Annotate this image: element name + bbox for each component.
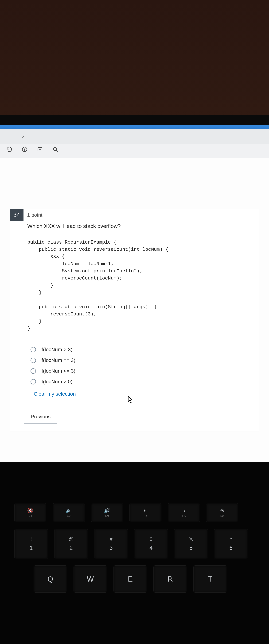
key-symbol: $ bbox=[150, 536, 152, 542]
radio-icon[interactable] bbox=[31, 347, 36, 352]
fn-label: F1 bbox=[29, 514, 32, 518]
answer-option[interactable]: if(locNum > 0) bbox=[31, 379, 253, 384]
key-q[interactable]: Q bbox=[34, 566, 67, 592]
letter-key-row: Q W E R T bbox=[2, 566, 267, 592]
browser-tab-strip: × bbox=[0, 130, 269, 144]
option-label: if(locNum > 0) bbox=[41, 379, 72, 384]
key-f4[interactable]: ⏯ F4 bbox=[129, 503, 161, 522]
laptop-bezel bbox=[0, 115, 269, 124]
clear-selection-link[interactable]: Clear my selection bbox=[10, 386, 259, 398]
svg-point-2 bbox=[24, 148, 25, 148]
number-key-row: ! 1 @ 2 # 3 $ 4 % 5 ^ 6 bbox=[2, 529, 267, 559]
fn-label: F2 bbox=[67, 514, 71, 518]
key-4[interactable]: $ 4 bbox=[134, 529, 168, 559]
answer-option[interactable]: if(locNum > 3) bbox=[31, 346, 253, 352]
key-f5[interactable]: ☼ F5 bbox=[168, 503, 200, 522]
play-pause-icon: ⏯ bbox=[143, 508, 148, 513]
key-t[interactable]: T bbox=[193, 566, 227, 592]
search-icon[interactable] bbox=[51, 145, 60, 154]
key-f2[interactable]: 🔉 F2 bbox=[53, 503, 85, 522]
key-symbol: ^ bbox=[230, 536, 232, 542]
volume-down-icon: 🔉 bbox=[66, 508, 72, 514]
close-icon[interactable]: × bbox=[19, 132, 27, 140]
key-number: 6 bbox=[229, 545, 232, 551]
volume-up-icon: 🔊 bbox=[104, 508, 110, 514]
ambient-background bbox=[0, 0, 269, 115]
key-f3[interactable]: 🔊 F3 bbox=[91, 503, 123, 522]
option-label: if(locNum > 3) bbox=[41, 346, 72, 352]
laptop-screen: × 34 1 point Which XXX will lea bbox=[0, 124, 269, 462]
brightness-down-icon: ☼ bbox=[181, 508, 186, 513]
radio-icon[interactable] bbox=[31, 368, 36, 374]
fn-label: F6 bbox=[220, 514, 224, 518]
key-symbol: @ bbox=[69, 536, 74, 542]
key-symbol: # bbox=[110, 536, 113, 542]
answer-options: if(locNum > 3) if(locNum == 3) if(locNum… bbox=[10, 336, 259, 386]
brightness-up-icon: ☀ bbox=[220, 508, 224, 514]
key-number: 1 bbox=[30, 545, 33, 551]
question-card: 34 1 point Which XXX will lead to stack … bbox=[10, 209, 259, 432]
key-number: 4 bbox=[149, 545, 153, 551]
window-title-bar bbox=[0, 124, 269, 130]
option-label: if(locNum == 3) bbox=[41, 357, 75, 363]
fn-label: F5 bbox=[182, 514, 186, 518]
svg-line-7 bbox=[56, 150, 58, 152]
code-block: public class RecursionExample { public s… bbox=[10, 236, 259, 336]
key-w[interactable]: W bbox=[74, 566, 107, 592]
nav-row: Previous bbox=[10, 398, 259, 424]
key-f6[interactable]: ☀ F6 bbox=[206, 503, 238, 522]
page-content: 34 1 point Which XXX will lead to stack … bbox=[0, 158, 269, 462]
function-key-row: 🔇 F1 🔉 F2 🔊 F3 ⏯ F4 ☼ F5 ☀ F6 bbox=[2, 503, 267, 522]
key-2[interactable]: @ 2 bbox=[54, 529, 88, 559]
radio-icon[interactable] bbox=[31, 379, 36, 384]
key-number: 2 bbox=[70, 545, 73, 551]
key-1[interactable]: ! 1 bbox=[14, 529, 48, 559]
reload-icon[interactable] bbox=[5, 145, 14, 154]
question-points: 1 point bbox=[27, 212, 42, 218]
answer-option[interactable]: if(locNum <= 3) bbox=[31, 368, 253, 374]
mute-icon: 🔇 bbox=[27, 508, 34, 514]
option-label: if(locNum <= 3) bbox=[41, 368, 75, 374]
answer-option[interactable]: if(locNum == 3) bbox=[31, 357, 253, 363]
previous-button[interactable]: Previous bbox=[24, 410, 57, 424]
question-prompt: Which XXX will lead to stack overflow? bbox=[10, 221, 259, 236]
key-6[interactable]: ^ 6 bbox=[214, 529, 248, 559]
key-e[interactable]: E bbox=[114, 566, 147, 592]
fn-label: F4 bbox=[144, 514, 147, 518]
fn-label: F3 bbox=[105, 514, 109, 518]
key-5[interactable]: % 5 bbox=[174, 529, 208, 559]
svg-point-6 bbox=[53, 148, 56, 150]
key-symbol: ! bbox=[31, 536, 32, 542]
key-number: 5 bbox=[189, 545, 193, 551]
radio-icon[interactable] bbox=[31, 358, 36, 363]
key-r[interactable]: R bbox=[153, 566, 187, 592]
info-icon[interactable] bbox=[20, 145, 29, 154]
key-number: 3 bbox=[110, 545, 113, 551]
question-header: 34 1 point bbox=[10, 210, 259, 221]
key-3[interactable]: # 3 bbox=[94, 529, 128, 559]
key-f1[interactable]: 🔇 F1 bbox=[14, 503, 46, 522]
browser-toolbar bbox=[0, 144, 269, 158]
key-symbol: % bbox=[189, 536, 193, 542]
keyboard-area: 🔇 F1 🔉 F2 🔊 F3 ⏯ F4 ☼ F5 ☀ F6 bbox=[0, 462, 269, 644]
question-number-badge: 34 bbox=[10, 210, 24, 221]
add-tab-icon[interactable] bbox=[36, 145, 45, 154]
